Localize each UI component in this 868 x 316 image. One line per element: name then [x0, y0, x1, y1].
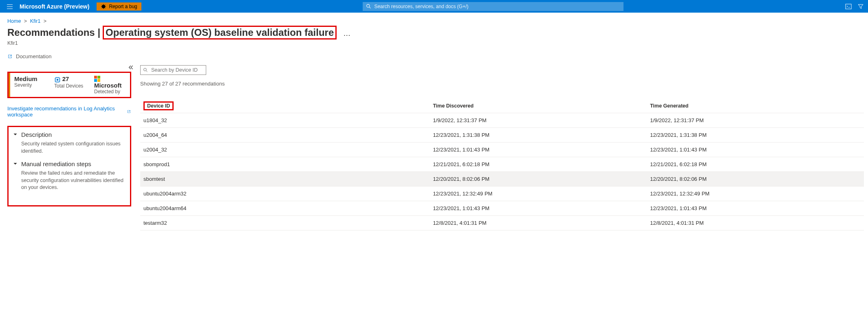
stat-detected: Microsoft Detected by [90, 73, 130, 97]
device-search-input[interactable] [140, 65, 206, 75]
svg-rect-3 [846, 4, 851, 9]
devices-label: Total Devices [54, 83, 87, 89]
report-bug-button[interactable]: Report a bug [97, 2, 141, 11]
cell-time-discovered: 12/23/2021, 1:31:38 PM [430, 128, 647, 143]
cell-time-generated: 1/9/2022, 12:31:37 PM [647, 113, 864, 128]
cell-device-id: ubuntu2004arm32 [140, 187, 430, 201]
cell-time-discovered: 12/23/2021, 1:01:43 PM [430, 201, 647, 216]
breadcrumb-child[interactable]: Kfir1 [30, 18, 41, 24]
breadcrumb-sep: > [44, 18, 46, 24]
cell-time-generated: 12/23/2021, 12:32:49 PM [647, 187, 864, 201]
table-row[interactable]: testarm3212/8/2021, 4:01:31 PM12/8/2021,… [140, 216, 864, 230]
description-toggle[interactable]: Description [13, 131, 126, 138]
chevron-double-left-icon [128, 64, 134, 70]
stat-severity: Medium Severity [9, 73, 50, 97]
chevron-down-icon [13, 161, 18, 167]
remediation-toggle[interactable]: Manual remediation steps [13, 160, 126, 167]
cell-time-discovered: 1/9/2022, 12:31:37 PM [430, 113, 647, 128]
recommendations-table: Device ID Time Discovered Time Generated… [140, 99, 864, 230]
chip-icon [54, 77, 61, 83]
column-header-time-discovered[interactable]: Time Discovered [430, 99, 647, 113]
microsoft-logo-icon [94, 76, 100, 82]
remediation-title: Manual remediation steps [21, 160, 91, 167]
stat-devices: 27 Total Devices [50, 73, 90, 97]
top-bar: Microsoft Azure (Preview) Report a bug [0, 0, 868, 13]
collapse-panel-button[interactable] [128, 64, 134, 72]
svg-point-6 [144, 68, 147, 71]
table-row[interactable]: ubuntu2004arm3212/23/2021, 12:32:49 PM12… [140, 187, 864, 201]
column-header-device-id[interactable]: Device ID [140, 99, 430, 113]
external-link-icon [7, 54, 13, 59]
remediation-body: Review the failed rules and remediate th… [21, 170, 126, 191]
cell-device-id: sbomtest [140, 172, 430, 187]
table-row[interactable]: sbomprod112/21/2021, 6:02:18 PM12/21/202… [140, 157, 864, 172]
breadcrumb-sep: > [24, 18, 27, 24]
svg-rect-5 [57, 79, 58, 81]
global-search-input[interactable] [363, 2, 623, 11]
description-body: Security related system configuration is… [21, 140, 126, 155]
cell-time-discovered: 12/23/2021, 12:32:49 PM [430, 187, 647, 201]
menu-toggle[interactable] [4, 3, 15, 10]
svg-point-1 [367, 4, 370, 7]
breadcrumb-home[interactable]: Home [7, 18, 21, 24]
page-title-prefix: Recommendations | [7, 27, 100, 38]
cell-time-discovered: 12/20/2021, 8:02:06 PM [430, 172, 647, 187]
documentation-label: Documentation [16, 53, 51, 59]
table-row[interactable]: u2004_6412/23/2021, 1:31:38 PM12/23/2021… [140, 128, 864, 143]
devices-value: 27 [62, 75, 69, 82]
cell-time-discovered: 12/23/2021, 1:01:43 PM [430, 143, 647, 157]
hamburger-icon [7, 3, 13, 10]
description-title: Description [21, 131, 52, 138]
documentation-link[interactable]: Documentation [0, 46, 59, 60]
table-row[interactable]: sbomtest12/20/2021, 8:02:06 PM12/20/2021… [140, 172, 864, 187]
column-header-time-generated[interactable]: Time Generated [647, 99, 864, 113]
search-icon [143, 68, 148, 72]
results-count: Showing 27 of 27 recommendations [140, 81, 864, 87]
svg-line-2 [370, 7, 371, 8]
table-row[interactable]: u2004_3212/23/2021, 1:01:43 PM12/23/2021… [140, 143, 864, 157]
severity-label: Severity [14, 82, 47, 88]
filter-icon[interactable] [857, 3, 864, 10]
detected-value: Microsoft [94, 82, 122, 89]
cell-device-id: testarm32 [140, 216, 430, 230]
cell-time-generated: 12/23/2021, 1:31:38 PM [647, 128, 864, 143]
severity-value: Medium [14, 75, 47, 82]
cell-time-generated: 12/21/2021, 6:02:18 PM [647, 157, 864, 172]
cloud-shell-icon[interactable] [845, 3, 852, 10]
table-row[interactable]: u1804_321/9/2022, 12:31:37 PM1/9/2022, 1… [140, 113, 864, 128]
more-actions-button[interactable]: … [343, 29, 350, 38]
page-subtitle: Kfir1 [0, 40, 868, 46]
cell-time-generated: 12/23/2021, 1:01:43 PM [647, 201, 864, 216]
cell-device-id: sbomprod1 [140, 157, 430, 172]
table-row[interactable]: ubuntu2004arm6412/23/2021, 1:01:43 PM12/… [140, 201, 864, 216]
detected-label: Detected by [94, 89, 127, 94]
cell-device-id: u2004_64 [140, 128, 430, 143]
breadcrumb: Home > Kfir1 > [0, 13, 868, 25]
external-link-icon [127, 109, 131, 114]
cell-time-discovered: 12/8/2021, 4:01:31 PM [430, 216, 647, 230]
svg-line-7 [146, 71, 148, 72]
details-panel: Description Security related system conf… [7, 126, 131, 206]
cell-device-id: u1804_32 [140, 113, 430, 128]
cell-time-generated: 12/20/2021, 8:02:06 PM [647, 172, 864, 187]
bug-icon [101, 4, 106, 9]
investigate-label: Investigate recommendations in Log Analy… [7, 105, 125, 118]
cell-device-id: ubuntu2004arm64 [140, 201, 430, 216]
cell-time-generated: 12/8/2021, 4:01:31 PM [647, 216, 864, 230]
cell-time-discovered: 12/21/2021, 6:02:18 PM [430, 157, 647, 172]
chevron-down-icon [13, 132, 18, 137]
investigate-link[interactable]: Investigate recommendations in Log Analy… [7, 105, 131, 118]
page-title: Operating system (OS) baseline validatio… [103, 26, 337, 40]
stats-panel: Medium Severity 27 Total Devices Microso… [7, 72, 131, 98]
cell-device-id: u2004_32 [140, 143, 430, 157]
search-icon [366, 4, 371, 9]
report-bug-label: Report a bug [109, 4, 137, 9]
cell-time-generated: 12/23/2021, 1:01:43 PM [647, 143, 864, 157]
brand-title: Microsoft Azure (Preview) [20, 3, 89, 10]
